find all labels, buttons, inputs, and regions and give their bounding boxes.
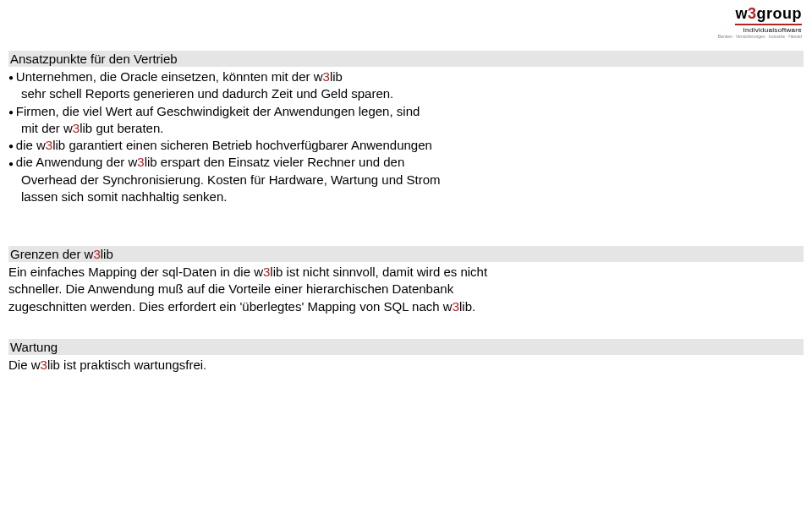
- section-wartung: Wartung Die w3lib ist praktisch wartungs…: [8, 339, 804, 374]
- w3lib-brand: w3lib: [36, 138, 65, 152]
- text: garantiert einen sicheren Betrieb hochve…: [65, 138, 432, 152]
- w3lib-brand: w3lib: [31, 358, 60, 372]
- w3lib-brand: w3lib: [85, 247, 113, 261]
- brand-logo: w3group Individualsoftware Banken · Vers…: [718, 5, 802, 39]
- bullet-1: Unternehmen, die Oracle einsetzen, könnt…: [8, 68, 804, 85]
- text: die: [16, 138, 36, 152]
- text: Unternehmen, die Oracle einsetzen, könnt…: [16, 69, 314, 84]
- logo-main: w3group: [735, 5, 802, 25]
- text: Die: [8, 358, 31, 372]
- logo-group: group: [757, 5, 803, 22]
- paragraph-grenzen-2: schneller. Die Anwendung muß auf die Vor…: [8, 281, 804, 297]
- w3lib-brand: w3lib: [443, 299, 472, 314]
- text: Ein einfaches Mapping der sql-Daten in d…: [8, 265, 254, 279]
- text: erspart den Einsatz vieler Rechner und d…: [157, 155, 405, 169]
- document-content: Ansatzpunkte für den Vertrieb Unternehme…: [8, 51, 804, 397]
- text: .: [472, 299, 475, 314]
- heading-wartung: Wartung: [8, 339, 804, 355]
- w3lib-brand: w3lib: [63, 121, 92, 135]
- text: mit der: [21, 121, 63, 135]
- text: Firmen, die viel Wert auf Geschwindigkei…: [16, 104, 420, 118]
- text: ist nicht sinnvoll, damit wird es nicht: [283, 265, 487, 279]
- text: Grenzen der: [10, 247, 85, 261]
- paragraph-wartung: Die w3lib ist praktisch wartungsfrei.: [8, 357, 804, 374]
- w3lib-brand: w3lib: [128, 155, 156, 169]
- bullet-4: die Anwendung der w3lib erspart den Eins…: [8, 154, 804, 171]
- logo-w: w: [735, 5, 748, 22]
- logo-3: 3: [748, 5, 757, 22]
- section-grenzen: Grenzen der w3lib Ein einfaches Mapping …: [8, 246, 804, 315]
- bullet-4-cont1: Overhead der Synchronisierung. Kosten fü…: [8, 172, 804, 188]
- heading-ansatzpunkte: Ansatzpunkte für den Vertrieb: [8, 51, 804, 67]
- bullet-1-cont: sehr schell Reports generieren und dadur…: [8, 85, 804, 102]
- bullet-2-cont: mit der w3lib gut beraten.: [8, 120, 804, 137]
- logo-tagline: Banken · Versicherungen · Industrie · Ha…: [718, 34, 802, 39]
- section-ansatzpunkte: Ansatzpunkte für den Vertrieb Unternehme…: [8, 51, 804, 205]
- heading-grenzen: Grenzen der w3lib: [8, 246, 804, 262]
- bullet-4-cont2: lassen sich somit nachhaltig senken.: [8, 188, 804, 205]
- bullet-3: die w3lib garantiert einen sicheren Betr…: [8, 137, 804, 154]
- logo-subtitle: Individualsoftware: [718, 26, 802, 34]
- w3lib-brand: w3lib: [254, 265, 283, 279]
- text: gut beraten.: [92, 121, 163, 135]
- text: zugeschnitten werden. Dies erfordert ein…: [8, 299, 443, 314]
- text: die Anwendung der: [16, 155, 129, 169]
- text: ist praktisch wartungsfrei.: [60, 358, 206, 372]
- bullet-2: Firmen, die viel Wert auf Geschwindigkei…: [8, 103, 804, 120]
- paragraph-grenzen-3: zugeschnitten werden. Dies erfordert ein…: [8, 298, 804, 315]
- w3lib-brand: w3lib: [314, 69, 343, 84]
- paragraph-grenzen-1: Ein einfaches Mapping der sql-Daten in d…: [8, 264, 804, 281]
